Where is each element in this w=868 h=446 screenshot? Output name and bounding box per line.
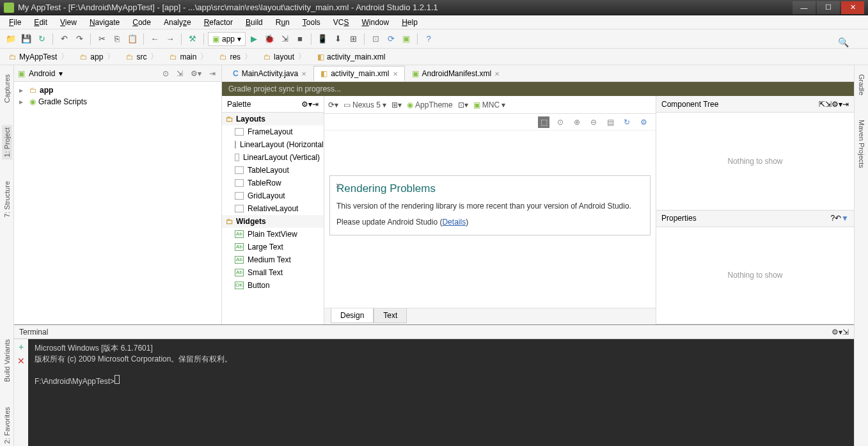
open-icon[interactable]: 📁 — [4, 32, 18, 46]
avd-icon[interactable]: 📱 — [315, 32, 329, 46]
scroll-from-source-icon[interactable]: ⊙ — [161, 69, 171, 78]
android-monitor-icon[interactable]: ▣ — [399, 32, 413, 46]
close-icon[interactable]: ✕ — [301, 70, 306, 77]
rail-build-variants[interactable]: Build Variants — [2, 337, 12, 385]
tab-activity-main[interactable]: ◧activity_main.xml✕ — [313, 66, 404, 81]
palette-group-layouts[interactable]: 🗀Layouts — [222, 113, 324, 125]
rail-gradle[interactable]: Gradle — [856, 72, 867, 98]
palette-group-widgets[interactable]: 🗀Widgets — [222, 215, 324, 228]
save-icon[interactable]: 💾 — [19, 32, 33, 46]
design-canvas[interactable]: ✕ Rendering Problems This version of the… — [324, 131, 656, 308]
attach-icon[interactable]: ⇲ — [278, 32, 292, 46]
copy-icon[interactable]: ⎘ — [110, 32, 124, 46]
close-icon[interactable]: ✕ — [393, 70, 398, 77]
palette-item[interactable]: RelativeLayout — [222, 202, 324, 215]
menu-help[interactable]: Help — [397, 17, 423, 28]
gear-icon[interactable]: ⚙ — [638, 116, 649, 128]
tree-item-gradle[interactable]: ▸ ◉ Gradle Scripts — [17, 96, 219, 108]
close-button[interactable]: ✕ — [841, 1, 864, 14]
crumb-project[interactable]: 🗀MyAppTest〉 — [4, 50, 74, 63]
gear-icon[interactable]: ⚙▾ — [832, 328, 842, 337]
menu-analyze[interactable]: Analyze — [159, 17, 196, 28]
menu-window[interactable]: Window — [356, 17, 394, 28]
search-icon[interactable]: 🔍 — [838, 37, 849, 47]
sync-icon[interactable]: ↻ — [35, 32, 49, 46]
menu-tools[interactable]: Tools — [297, 17, 326, 28]
close-icon[interactable]: ✕ — [17, 356, 25, 366]
palette-item[interactable]: AbMedium Text — [222, 253, 324, 266]
palette-item[interactable]: AbSmall Text — [222, 266, 324, 279]
text-tab[interactable]: Text — [374, 308, 407, 323]
orientation-icon[interactable]: ⟳▾ — [328, 100, 338, 109]
add-icon[interactable]: + — [19, 342, 24, 352]
forward-icon[interactable]: → — [163, 32, 177, 46]
menu-navigate[interactable]: Navigate — [84, 17, 125, 28]
filter-icon[interactable]: ▼ — [841, 214, 849, 223]
clipboard-icon[interactable]: ▤ — [604, 116, 616, 128]
menu-refactor[interactable]: Refactor — [199, 17, 238, 28]
crumb-res[interactable]: 🗀res〉 — [214, 50, 257, 63]
zoom-in-icon[interactable]: ⊕ — [571, 116, 583, 128]
back-icon[interactable]: ← — [148, 32, 162, 46]
collapse-icon[interactable]: ⇲ — [825, 100, 832, 109]
crumb-file[interactable]: ◧activity_main.xml — [312, 51, 390, 63]
refresh-icon[interactable]: ↻ — [621, 116, 633, 128]
menu-edit[interactable]: Edit — [29, 17, 52, 28]
rail-structure[interactable]: 7: Structure — [2, 179, 12, 220]
select-tool-icon[interactable]: ⬚ — [538, 116, 549, 128]
config-icon[interactable]: ⊞▾ — [391, 100, 402, 109]
palette-item[interactable]: AbPlain TextView — [222, 228, 324, 241]
rail-captures[interactable]: Captures — [2, 72, 12, 106]
collapse-icon[interactable]: ⇲ — [175, 69, 185, 78]
expand-arrow-icon[interactable]: ▸ — [19, 97, 27, 106]
menu-vcs[interactable]: VCS — [328, 17, 354, 28]
menu-code[interactable]: Code — [127, 17, 156, 28]
hide-icon[interactable]: ⇥ — [207, 69, 217, 78]
debug-icon[interactable]: 🐞 — [262, 32, 276, 46]
palette-item[interactable]: AbLarge Text — [222, 241, 324, 253]
palette-item[interactable]: LinearLayout (Vertical) — [222, 151, 324, 164]
hide-icon[interactable]: ⇥ — [842, 100, 849, 109]
ddms-icon[interactable]: ⊞ — [346, 32, 360, 46]
tree-item-app[interactable]: ▸ 🗀 app — [17, 84, 219, 96]
sync-gradle-icon[interactable]: ⟳ — [384, 32, 398, 46]
crumb-app[interactable]: 🗀app〉 — [75, 50, 120, 63]
crumb-layout[interactable]: 🗀layout〉 — [258, 50, 311, 63]
menu-run[interactable]: Run — [271, 17, 295, 28]
locale-icon[interactable]: ⊡▾ — [458, 100, 468, 109]
expand-icon[interactable]: ⇱ — [819, 100, 825, 109]
project-view-mode[interactable]: Android — [29, 69, 55, 78]
theme-selector[interactable]: ◉ AppTheme — [407, 100, 453, 109]
hide-icon[interactable]: ⇲ — [842, 328, 849, 337]
palette-item[interactable]: GridLayout — [222, 189, 324, 202]
maximize-button[interactable]: ☐ — [817, 1, 840, 14]
run-icon[interactable]: ▶ — [247, 32, 261, 46]
rail-favorites[interactable]: 2: Favorites — [2, 404, 12, 446]
gear-icon[interactable]: ⚙▾ — [189, 69, 203, 78]
minimize-button[interactable]: — — [793, 1, 816, 14]
stop-icon[interactable]: ■ — [293, 32, 307, 46]
palette-item[interactable]: LinearLayout (Horizontal) — [222, 138, 324, 151]
palette-item[interactable]: TableLayout — [222, 164, 324, 177]
help-icon[interactable]: ? — [422, 32, 436, 46]
terminal-content[interactable]: Microsoft Windows [版本 6.1.7601] 版权所有 (c)… — [28, 339, 854, 446]
gear-icon[interactable]: ⚙▾ — [832, 100, 842, 109]
paste-icon[interactable]: 📋 — [125, 32, 139, 46]
device-selector[interactable]: ▭ Nexus 5▾ — [343, 100, 386, 109]
hide-icon[interactable]: ⇥ — [312, 100, 319, 109]
make-icon[interactable]: ⚒ — [185, 32, 200, 46]
gear-icon[interactable]: ⚙▾ — [301, 100, 312, 109]
menu-build[interactable]: Build — [241, 17, 268, 28]
tab-manifest[interactable]: ▣AndroidManifest.xml✕ — [405, 66, 507, 81]
help-icon[interactable]: ? — [830, 214, 835, 223]
menu-view[interactable]: View — [55, 17, 82, 28]
menu-file[interactable]: File — [4, 17, 26, 28]
sdk-icon[interactable]: ⬇ — [331, 32, 345, 46]
zoom-out-icon[interactable]: ⊖ — [588, 116, 599, 128]
rail-maven[interactable]: Maven Projects — [856, 117, 867, 171]
palette-item[interactable]: OKButton — [222, 279, 324, 292]
redo-icon[interactable]: ↷ — [72, 32, 86, 46]
zoom-actual-icon[interactable]: ⊙ — [555, 116, 566, 128]
design-tab[interactable]: Design — [331, 308, 374, 323]
cut-icon[interactable]: ✂ — [95, 32, 109, 46]
